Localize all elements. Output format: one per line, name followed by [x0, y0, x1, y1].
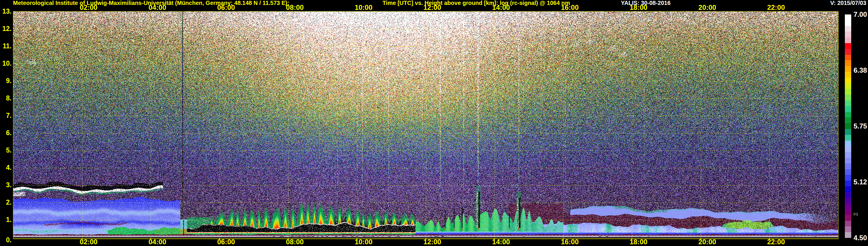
colorbar-segment — [845, 169, 851, 175]
colorbar-segment — [845, 43, 851, 49]
time-tick-label: 04:00 — [148, 239, 166, 245]
colorbar-segment — [845, 135, 851, 141]
time-tick-label: 06:00 — [217, 4, 235, 11]
colorbar-segment — [845, 14, 851, 20]
colorbar-segment — [845, 175, 851, 181]
height-tick-label: 5. — [0, 147, 11, 154]
colorbar-segment — [845, 181, 851, 186]
colorbar-segment — [845, 204, 851, 209]
colorbar-segment — [845, 215, 851, 221]
eq-label: eq — [853, 211, 858, 216]
colorbar-segment — [845, 186, 851, 192]
colorbar-segment — [845, 129, 851, 135]
colorbar-segment — [845, 100, 851, 106]
time-tick-label: 20:00 — [699, 4, 716, 11]
colorbar-segment — [845, 198, 851, 204]
colorbar-segment — [845, 37, 851, 43]
time-tick-label: 12:00 — [424, 4, 441, 11]
height-tick-label: 9. — [0, 77, 11, 85]
time-tick-label: 02:00 — [80, 4, 97, 11]
colorbar-segment — [845, 158, 851, 163]
colorbar-segment — [845, 123, 851, 129]
time-tick-label: 16:00 — [561, 4, 579, 11]
time-tick-label: 04:00 — [148, 4, 166, 11]
plot-frame — [13, 11, 838, 239]
colorbar-segment — [845, 106, 851, 112]
time-tick-label: 18:00 — [629, 4, 647, 11]
colorbar-segment — [845, 163, 851, 169]
time-tick-label: 08:00 — [286, 4, 304, 11]
colorbar-segment — [845, 49, 851, 55]
height-tick-label: 7. — [0, 112, 11, 119]
colorbar-tick-label: 5.75 — [854, 122, 868, 130]
colorbar-segment — [845, 55, 851, 60]
height-tick-label: 11. — [0, 42, 11, 50]
colorbar-tick-label: 6.38 — [854, 67, 868, 74]
colorbar-tick-label: 7.00 — [854, 11, 868, 18]
colorbar-segment — [845, 221, 851, 226]
height-tick-label: 0. — [0, 236, 11, 244]
colorbar-segment — [845, 209, 851, 215]
time-tick-label: 12:00 — [424, 239, 441, 245]
colorbar-segment — [845, 32, 851, 37]
colorbar-tick-label: 4.50 — [854, 234, 868, 242]
colorbar-segment — [845, 89, 851, 95]
time-tick-label: 10:00 — [355, 4, 372, 11]
height-tick-label: 2. — [0, 198, 11, 206]
colorbar-segment — [845, 226, 851, 232]
height-tick-label: 3. — [0, 181, 11, 189]
version-label: V: 2015/07/03 — [830, 0, 866, 6]
height-tick-label: 8. — [0, 94, 11, 102]
time-tick-label: 22:00 — [767, 4, 785, 11]
colorbar-segment — [845, 232, 851, 238]
colorbar-segment — [845, 60, 851, 66]
time-tick-label: 18:00 — [629, 239, 647, 245]
colorbar-segment — [845, 78, 851, 83]
colorbar-segment — [845, 20, 851, 26]
colorbar-segment — [845, 72, 851, 78]
height-tick-label: 6. — [0, 129, 11, 136]
lidar-quicklook-page: Meteorological Institute of Ludwig-Maxim… — [0, 0, 868, 246]
time-tick-label: 14:00 — [492, 4, 510, 11]
colorbar-segment — [845, 118, 851, 123]
colorbar-segment — [845, 26, 851, 32]
time-tick-label: 14:00 — [492, 239, 510, 245]
colorbar-segment — [845, 83, 851, 89]
time-tick-label: 22:00 — [767, 239, 785, 245]
colorbar-segment — [845, 112, 851, 118]
colorbar-segment — [845, 141, 851, 147]
time-tick-label: 20:00 — [699, 239, 716, 245]
time-tick-label: 16:00 — [561, 239, 579, 245]
height-tick-label: 12. — [0, 25, 11, 32]
height-tick-label: 10. — [0, 60, 11, 67]
height-tick-label: 1. — [0, 216, 11, 223]
time-tick-label: 02:00 — [80, 239, 97, 245]
colorbar-tick-label: 5.12 — [854, 178, 868, 186]
time-tick-label: 06:00 — [217, 239, 235, 245]
colorbar-segment — [845, 146, 851, 152]
height-tick-label: 4. — [0, 164, 11, 171]
time-tick-label: 10:00 — [355, 239, 372, 245]
colorbar — [845, 14, 851, 238]
colorbar-segment — [845, 66, 851, 72]
time-tick-label: 08:00 — [286, 239, 304, 245]
colorbar-segment — [845, 152, 851, 158]
lidar-heatmap-canvas — [13, 11, 838, 237]
colorbar-segment — [845, 192, 851, 198]
height-tick-label: 13. — [0, 7, 11, 15]
plot-title: Time [UTC] vs. Height above ground [km]:… — [382, 0, 570, 6]
colorbar-segment — [845, 95, 851, 100]
